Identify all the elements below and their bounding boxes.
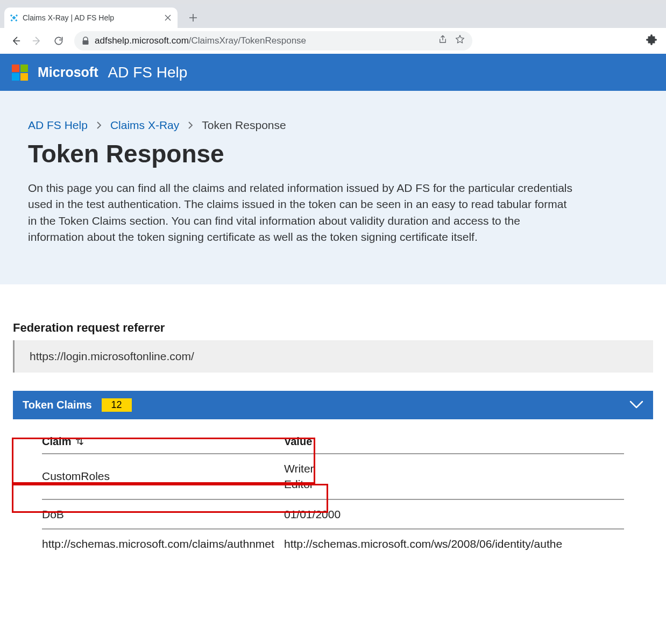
- address-bar[interactable]: adfshelp.microsoft.com/ClaimsXray/TokenR…: [74, 31, 472, 51]
- cell-value: 01/01/2000: [284, 506, 624, 522]
- url-text: adfshelp.microsoft.com/ClaimsXray/TokenR…: [95, 35, 433, 46]
- cell-claim: DoB: [42, 506, 284, 522]
- browser-chrome-top: [0, 0, 666, 4]
- back-button[interactable]: [6, 32, 25, 50]
- claims-count-badge: 12: [102, 398, 132, 412]
- app-name[interactable]: AD FS Help: [108, 64, 188, 81]
- table-row: CustomRoles Writer Editor: [42, 453, 624, 499]
- url-path: /ClaimsXray/TokenResponse: [189, 35, 306, 46]
- svg-rect-0: [16, 15, 18, 17]
- tab-title: Claims X-Ray | AD FS Help: [23, 13, 164, 22]
- svg-rect-2: [10, 15, 12, 17]
- svg-rect-4: [12, 16, 16, 19]
- main-content: Federation request referrer https://logi…: [0, 284, 666, 550]
- tab-favicon-icon: [10, 13, 18, 22]
- lock-icon: [82, 37, 89, 45]
- breadcrumb-root-link[interactable]: AD FS Help: [28, 119, 88, 132]
- extensions-icon[interactable]: [646, 34, 657, 48]
- browser-tab[interactable]: Claims X-Ray | AD FS Help: [4, 8, 178, 28]
- breadcrumb-section-link[interactable]: Claims X-Ray: [110, 119, 179, 132]
- referrer-value: https://login.microsoftonline.com/: [13, 340, 653, 373]
- claims-table: Claim Value CustomRoles Writer Editor Do…: [13, 419, 653, 550]
- star-icon[interactable]: [455, 34, 465, 47]
- referrer-label: Federation request referrer: [13, 321, 653, 335]
- cell-claim: CustomRoles: [42, 468, 284, 484]
- chevron-down-icon[interactable]: [629, 400, 643, 409]
- cell-claim: http://schemas.microsoft.com/claims/auth…: [42, 536, 284, 550]
- breadcrumb-current: Token Response: [202, 119, 286, 132]
- hero-band: AD FS Help Claims X-Ray Token Response T…: [0, 91, 666, 284]
- column-claim-header[interactable]: Claim: [42, 435, 71, 448]
- table-row: http://schemas.microsoft.com/claims/auth…: [42, 528, 624, 550]
- table-header-row: Claim Value: [42, 435, 624, 453]
- token-claims-header[interactable]: Token Claims 12: [13, 391, 653, 419]
- reload-button[interactable]: [49, 32, 68, 50]
- svg-rect-5: [83, 40, 89, 45]
- sort-icon[interactable]: [75, 437, 84, 446]
- panel-title: Token Claims: [23, 399, 92, 411]
- share-icon[interactable]: [438, 34, 448, 47]
- column-value-header[interactable]: Value: [284, 435, 624, 448]
- page-description: On this page you can find all the claims…: [28, 180, 577, 246]
- breadcrumb: AD FS Help Claims X-Ray Token Response: [28, 119, 638, 132]
- svg-rect-3: [15, 19, 17, 22]
- svg-rect-1: [11, 19, 13, 22]
- table-row: DoB 01/01/2000: [42, 499, 624, 528]
- browser-toolbar: adfshelp.microsoft.com/ClaimsXray/TokenR…: [0, 28, 666, 54]
- close-icon[interactable]: [164, 13, 172, 22]
- new-tab-button[interactable]: [185, 10, 201, 26]
- site-header: Microsoft AD FS Help: [0, 54, 666, 91]
- chevron-right-icon: [96, 121, 102, 129]
- brand-name: Microsoft: [38, 65, 98, 80]
- chevron-right-icon: [188, 121, 193, 129]
- cell-value: Writer Editor: [284, 461, 624, 492]
- tab-strip: Claims X-Ray | AD FS Help: [0, 4, 666, 28]
- forward-button[interactable]: [28, 32, 46, 50]
- cell-value: http://schemas.microsoft.com/ws/2008/06/…: [284, 536, 624, 550]
- microsoft-logo-icon: [12, 65, 28, 81]
- url-host: adfshelp.microsoft.com: [95, 35, 189, 46]
- page-title: Token Response: [28, 139, 638, 168]
